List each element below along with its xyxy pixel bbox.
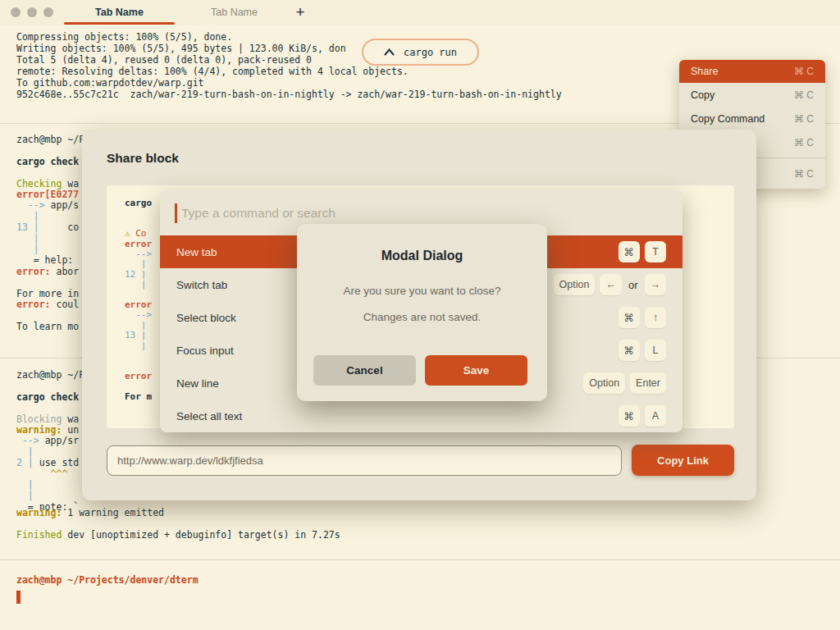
save-button[interactable]: Save bbox=[425, 355, 527, 386]
menu-item-shortcut: ⌘ C bbox=[794, 89, 814, 101]
terminal-prompt: zach@mbp ~/Projects/denver/dterm bbox=[16, 574, 199, 586]
keycap--: ⌘ bbox=[619, 241, 641, 262]
terminal-line: error: coul bbox=[16, 299, 90, 310]
terminal-output-cargo-check-warnings: zach@mbp ~/Pr cargo check Blocking wawar… bbox=[16, 370, 90, 513]
terminal-line: To learn mo bbox=[16, 322, 90, 332]
terminal-line: | bbox=[16, 212, 90, 222]
menu-item-share[interactable]: Share⌘ C bbox=[679, 60, 825, 83]
terminal-line: | bbox=[16, 447, 90, 458]
new-tab-button[interactable]: + bbox=[290, 2, 310, 22]
cancel-button[interactable]: Cancel bbox=[313, 355, 416, 386]
menu-item-label: Copy bbox=[691, 89, 714, 101]
terminal-line: ^^^ bbox=[16, 469, 90, 480]
shortcut-keys: ⌘↑ bbox=[619, 307, 667, 328]
terminal-line: 952c468e..55c7c21c zach/war-219-turn-bas… bbox=[16, 89, 562, 100]
terminal-line bbox=[16, 518, 340, 529]
text-cursor bbox=[175, 203, 177, 223]
palette-item-label: New line bbox=[176, 377, 219, 390]
terminal-line: Writing objects: 100% (5/5), 495 bytes |… bbox=[16, 43, 562, 54]
traffic-light-close-button[interactable] bbox=[11, 7, 21, 17]
terminal-line: | bbox=[16, 234, 90, 244]
terminal-line bbox=[16, 167, 90, 178]
modal-submessage: Changes are not saved. bbox=[297, 311, 547, 323]
menu-item-copy-command[interactable]: Copy Command⌘ C bbox=[679, 107, 825, 130]
keycap-a: A bbox=[645, 405, 666, 427]
shortcut-text: or bbox=[628, 279, 638, 291]
terminal-line: = help: bbox=[16, 255, 90, 266]
shortcut-keys: ⌘A bbox=[619, 405, 667, 427]
terminal-line: warning: 1 warning emitted bbox=[16, 508, 340, 518]
menu-item-shortcut: ⌘ C bbox=[794, 113, 814, 125]
block-divider bbox=[0, 559, 840, 560]
terminal-line: For m bbox=[125, 392, 152, 402]
palette-item-label: Switch tab bbox=[176, 279, 227, 291]
tab-inactive[interactable]: Tab Name bbox=[191, 0, 277, 25]
dialog-title: Share block bbox=[107, 151, 179, 166]
app-window: Compressing objects: 100% (5/5), done.Wr… bbox=[0, 0, 840, 630]
confirm-close-modal: Modal Dialog Are you sure you want to cl… bbox=[297, 224, 547, 401]
active-tab-underline bbox=[64, 22, 175, 25]
menu-item-shortcut: ⌘ C bbox=[794, 137, 814, 148]
share-url-input[interactable] bbox=[107, 445, 622, 476]
terminal-line bbox=[16, 403, 90, 413]
tab-active[interactable]: Tab Name bbox=[64, 0, 175, 25]
terminal-line: zach@mbp ~/Pr bbox=[16, 370, 90, 381]
terminal-line: error[E0277 bbox=[16, 189, 90, 200]
keycap--: ⌘ bbox=[619, 405, 641, 427]
palette-item-label: Select block bbox=[176, 312, 236, 324]
cargo-run-pill-button[interactable]: cargo run bbox=[362, 39, 479, 66]
keycap-t: T bbox=[645, 241, 666, 262]
terminal-output-cargo-check-errors: zach@mbp ~/Pr cargo check Checking waerr… bbox=[16, 135, 90, 332]
terminal-line: | bbox=[16, 491, 90, 501]
copy-link-button[interactable]: Copy Link bbox=[632, 445, 734, 476]
preview-terminal-output: cargo ⚠ Coerror --> |12 | | error --> |1… bbox=[125, 199, 152, 402]
shortcut-keys: ⌘L bbox=[619, 340, 667, 361]
terminal-line: error: abor bbox=[16, 267, 90, 277]
terminal-line bbox=[16, 381, 90, 391]
shortcut-keys: ⌘T bbox=[619, 241, 667, 262]
terminal-line bbox=[16, 145, 90, 156]
terminal-line: --> app/s bbox=[16, 200, 90, 211]
terminal-line: Blocking wa bbox=[16, 414, 90, 425]
shortcut-keys: OptionEnter bbox=[583, 372, 666, 394]
terminal-line: To github.com:warpdotdev/warp.git bbox=[16, 77, 562, 89]
keycap-enter: Enter bbox=[630, 372, 666, 394]
keycap-option: Option bbox=[583, 372, 625, 394]
command-search-input[interactable] bbox=[181, 206, 682, 221]
terminal-line: For more in bbox=[16, 289, 90, 299]
menu-item-shortcut: ⌘ C bbox=[794, 168, 814, 180]
terminal-line: zach@mbp ~/Pr bbox=[16, 135, 90, 145]
traffic-light-minimize-button[interactable] bbox=[27, 7, 37, 17]
shortcut-keys: Option←or→ bbox=[554, 274, 666, 295]
palette-item-label: Select all text bbox=[176, 410, 242, 422]
terminal-line: cargo check bbox=[16, 392, 90, 403]
terminal-line: Total 5 (delta 4), reused 0 (delta 0), p… bbox=[16, 54, 562, 66]
menu-item-copy[interactable]: Copy⌘ C bbox=[679, 83, 825, 107]
traffic-light-maximize-button[interactable] bbox=[43, 7, 53, 17]
terminal-line: Checking wa bbox=[16, 179, 90, 189]
terminal-line: 2 | use std bbox=[16, 458, 90, 468]
palette-item-select-all-text[interactable]: Select all text⌘A bbox=[160, 399, 682, 432]
keycap-option: Option bbox=[554, 274, 596, 295]
pill-label: cargo run bbox=[404, 47, 457, 58]
modal-title: Modal Dialog bbox=[297, 249, 547, 263]
keycap--: ⌘ bbox=[619, 307, 641, 328]
terminal-cursor bbox=[16, 591, 21, 604]
palette-item-label: Focus input bbox=[176, 345, 234, 357]
tab-label: Tab Name bbox=[95, 7, 144, 18]
chevron-up-icon bbox=[384, 48, 395, 56]
keycap-l: L bbox=[645, 340, 666, 361]
terminal-line bbox=[16, 311, 90, 322]
tab-label: Tab Name bbox=[211, 7, 258, 18]
terminal-line: cargo check bbox=[16, 157, 90, 167]
palette-item-label: New tab bbox=[176, 246, 217, 258]
terminal-line: | bbox=[16, 244, 90, 255]
terminal-line: | bbox=[16, 480, 90, 491]
terminal-line: 13 | co bbox=[16, 222, 90, 233]
terminal-line: warning: un bbox=[16, 425, 90, 436]
terminal-line bbox=[125, 208, 152, 218]
terminal-line: Finished dev [unoptimized + debuginfo] t… bbox=[16, 530, 340, 541]
terminal-line: Compressing objects: 100% (5/5), done. bbox=[16, 31, 562, 43]
terminal-line: | bbox=[125, 280, 152, 290]
terminal-output-git-push: Compressing objects: 100% (5/5), done.Wr… bbox=[16, 31, 562, 100]
